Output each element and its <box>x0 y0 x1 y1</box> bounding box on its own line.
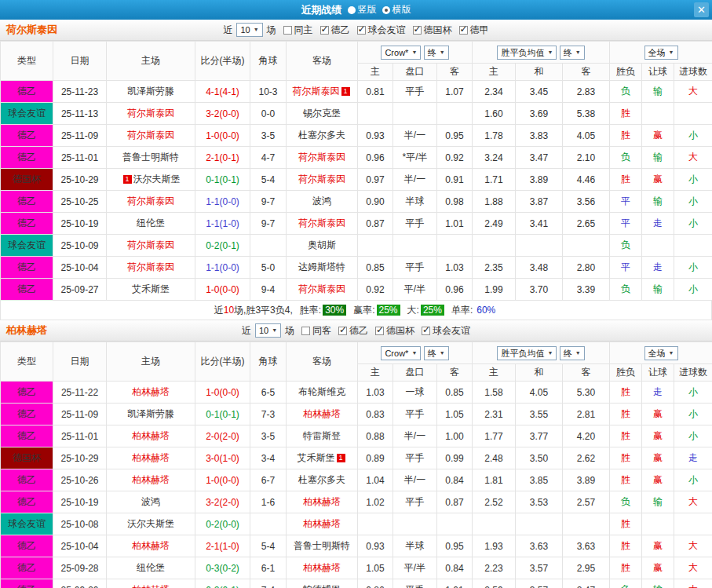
checkbox-icon[interactable] <box>459 26 468 35</box>
team-name[interactable]: 荷尔斯泰因 <box>293 86 340 97</box>
asian-handicap: 平/半 <box>393 557 437 579</box>
col-result-handicap: 让球 <box>642 364 674 382</box>
match-count-select[interactable]: 10 ▼ <box>255 323 281 338</box>
filter-checkbox[interactable]: 德甲 <box>459 24 489 37</box>
asian-handicap: 平手 <box>393 213 437 235</box>
team-name[interactable]: 荷尔斯泰因 <box>298 283 345 294</box>
asian-final-select[interactable]: 终▼ <box>424 46 449 60</box>
radio-icon[interactable] <box>382 6 390 14</box>
match-count-select[interactable]: 10 ▼ <box>236 23 262 37</box>
layout-radio-horizontal[interactable]: 横版 <box>382 3 411 16</box>
team-name[interactable]: 沃尔夫斯堡 <box>127 518 174 529</box>
team-name[interactable]: 布轮斯维克 <box>298 386 345 397</box>
team-name[interactable]: 柏林赫塔 <box>132 540 170 551</box>
europe-final-select[interactable]: 终▼ <box>560 46 585 60</box>
team-name[interactable]: 沃尔夫斯堡 <box>133 173 181 184</box>
team-name[interactable]: 柏林赫塔 <box>132 584 170 588</box>
team-name[interactable]: 荷尔斯泰因 <box>127 261 174 272</box>
team-name[interactable]: 杜塞尔多夫 <box>298 130 345 141</box>
checkbox-icon[interactable] <box>320 26 329 35</box>
team-name[interactable]: 普鲁士明斯特 <box>294 540 350 551</box>
checkbox-icon[interactable] <box>375 327 384 335</box>
team-name[interactable]: 荷尔斯泰因 <box>127 195 174 206</box>
stat-label: 单率: <box>451 304 473 317</box>
checkbox-icon[interactable] <box>283 26 292 35</box>
team-name[interactable]: 锡尔克堡 <box>303 108 341 119</box>
asian-home-odds: 0.88 <box>358 425 393 447</box>
asian-handicap: 平手 <box>393 257 437 279</box>
radio-icon[interactable] <box>348 6 356 14</box>
team-name[interactable]: 荷尔斯泰因 <box>298 217 345 228</box>
team-name[interactable]: 柏林赫塔 <box>132 474 170 485</box>
team-name[interactable]: 纽伦堡 <box>137 562 165 573</box>
team-name[interactable]: 波鸿 <box>141 496 160 507</box>
europe-draw-odds: 3.77 <box>516 425 563 447</box>
team-name[interactable]: 杜塞尔多夫 <box>298 474 345 485</box>
asian-final-select[interactable]: 终▼ <box>424 346 449 360</box>
match-row: 德乙25-10-04荷尔斯泰因1-1(0-0)5-0达姆斯塔特0.85平手1.0… <box>1 257 712 279</box>
away-team-cell: 荷尔斯泰因1 <box>287 81 358 103</box>
titlebar: 近期战绩 竖版 横版 ✕ <box>0 0 712 20</box>
team-name[interactable]: 奥胡斯 <box>308 239 336 250</box>
team-name[interactable]: 艾禾斯堡 <box>298 452 335 463</box>
team-name[interactable]: 帕德博恩 <box>303 584 341 588</box>
checkbox-icon[interactable] <box>301 327 310 335</box>
odds-company-select[interactable]: Crow*▼ <box>381 46 421 60</box>
team-name[interactable]: 柏林赫塔 <box>132 430 170 441</box>
fullmatch-select[interactable]: 全场▼ <box>644 346 678 360</box>
team-name[interactable]: 荷尔斯泰因 <box>298 152 345 163</box>
asian-handicap <box>393 235 437 257</box>
result-goals: 小 <box>674 404 712 425</box>
team-name[interactable]: 柏林赫塔 <box>303 496 341 507</box>
team-name[interactable]: 荷尔斯泰因 <box>127 108 174 119</box>
checkbox-icon[interactable] <box>413 26 422 35</box>
filter-checkbox[interactable]: 德乙 <box>320 24 350 37</box>
europe-odds-select[interactable]: 胜平负均值▼ <box>497 346 557 360</box>
competition-type: 德乙 <box>1 491 53 513</box>
team-name[interactable]: 荷尔斯泰因 <box>127 239 174 250</box>
team-name[interactable]: 柏林赫塔 <box>303 518 341 529</box>
competition-type: 德乙 <box>1 382 53 404</box>
team-name[interactable]: 柏林赫塔 <box>303 408 341 419</box>
filter-checkbox[interactable]: 球会友谊 <box>357 24 406 37</box>
team-name[interactable]: 柏林赫塔 <box>132 452 170 463</box>
europe-final-select[interactable]: 终▼ <box>560 346 585 360</box>
filter-checkbox[interactable]: 同主 <box>283 24 313 37</box>
asian-away-odds <box>437 513 473 535</box>
odds-company-select[interactable]: Crow*▼ <box>381 346 421 360</box>
col-away: 客场 <box>287 342 358 382</box>
team-name[interactable]: 特雷斯登 <box>303 430 341 441</box>
europe-odds-select[interactable]: 胜平负均值▼ <box>497 46 557 60</box>
team-name[interactable]: 艾禾斯堡 <box>132 283 170 294</box>
layout-radio-vertical[interactable]: 竖版 <box>348 3 377 16</box>
team-name[interactable]: 凯泽斯劳滕 <box>127 86 174 97</box>
checkbox-icon[interactable] <box>338 327 347 335</box>
home-team-cell: 纽伦堡 <box>107 213 195 235</box>
score-cell: 1-1(0-0) <box>195 191 250 213</box>
filter-checkbox[interactable]: 球会友谊 <box>422 324 470 338</box>
close-button[interactable]: ✕ <box>694 2 709 17</box>
filter-checkbox[interactable]: 德国杯 <box>413 24 452 37</box>
asian-home-odds: 0.89 <box>358 447 393 469</box>
team-name[interactable]: 纽伦堡 <box>137 217 165 228</box>
europe-draw-odds: 3.87 <box>516 191 563 213</box>
team-name[interactable]: 荷尔斯泰因 <box>127 130 174 141</box>
checkbox-icon[interactable] <box>422 327 430 335</box>
team-name[interactable]: 荷尔斯泰因 <box>298 173 345 184</box>
team-name[interactable]: 达姆斯塔特 <box>298 261 345 272</box>
team-name[interactable]: 柏林赫塔 <box>132 386 170 397</box>
filter-checkbox[interactable]: 德国杯 <box>375 324 414 338</box>
europe-home-odds: 1.78 <box>473 125 516 147</box>
filter-checkbox[interactable]: 德乙 <box>338 324 368 338</box>
match-row: 球会友谊25-11-13荷尔斯泰因3-2(0-0)0-0锡尔克堡1.603.69… <box>1 103 712 125</box>
team-name[interactable]: 普鲁士明斯特 <box>122 152 179 163</box>
home-team-cell: 荷尔斯泰因 <box>107 125 195 147</box>
team-name[interactable]: 波鸿 <box>312 195 331 206</box>
checkbox-icon[interactable] <box>357 26 366 35</box>
filter-checkbox[interactable]: 同客 <box>301 324 331 338</box>
col-europe-home: 主 <box>473 364 516 382</box>
team-name[interactable]: 凯泽斯劳滕 <box>127 408 174 419</box>
fullmatch-select[interactable]: 全场▼ <box>644 46 678 60</box>
team-name[interactable]: 柏林赫塔 <box>303 562 341 573</box>
result-handicap <box>642 513 674 535</box>
